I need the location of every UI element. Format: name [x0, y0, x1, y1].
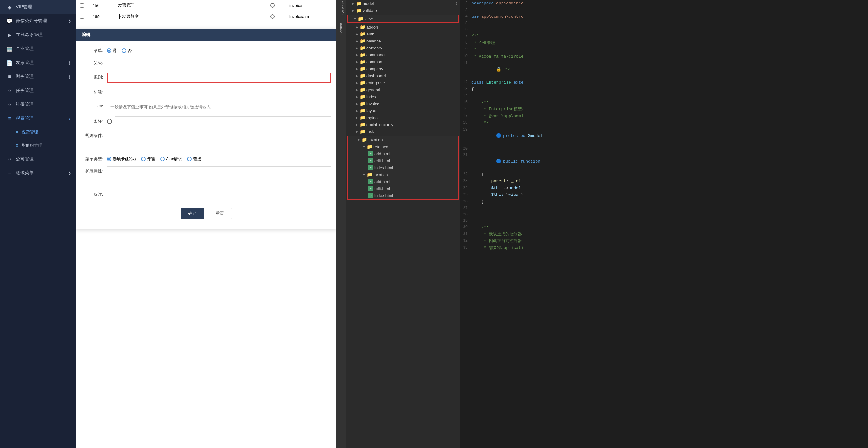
tree-item-company[interactable]: ▶ 📁 company: [346, 65, 460, 72]
form-label-extra: 扩展属性:: [82, 166, 107, 174]
tree-item-taxation-add[interactable]: H add.html: [348, 178, 458, 185]
sidebar-item-company[interactable]: ○ 公司管理: [0, 152, 76, 166]
line-content: class Enterprise exte: [471, 79, 868, 86]
sidebar-item-vip[interactable]: ◆ VIP管理: [0, 0, 76, 14]
folder-icon: 📁: [360, 115, 365, 120]
expand-icon: ▼: [362, 173, 366, 176]
tree-label: balance: [366, 39, 381, 43]
folder-icon: 📁: [367, 144, 372, 149]
tree-item-retained-edit[interactable]: H edit.html: [348, 157, 458, 164]
row-checkbox[interactable]: [80, 3, 84, 8]
sidebar-item-wechat[interactable]: 💬 微信公众号管理 ❯: [0, 14, 76, 28]
tree-item-index[interactable]: ▶ 📁 index: [346, 93, 460, 100]
expand-icon: ▶: [355, 74, 359, 78]
tree-item-taxation[interactable]: ▼ 📁 taxation: [348, 136, 458, 143]
line-content: parent::_init: [471, 178, 868, 184]
tree-item-retained-index[interactable]: H index.html: [348, 164, 458, 171]
tree-item-taxation-edit[interactable]: H edit.html: [348, 185, 458, 192]
tree-item-addon[interactable]: ▶ 📁 addon: [346, 24, 460, 30]
tree-item-category[interactable]: ▶ 📁 category: [346, 44, 460, 51]
radio-yes-label[interactable]: 是: [107, 48, 117, 54]
row-checkbox[interactable]: [80, 14, 84, 19]
tree-item-social-security[interactable]: ▶ 📁 social_security: [346, 121, 460, 128]
icon-input[interactable]: fa fa-circle-o: [115, 116, 331, 127]
note-input[interactable]: [107, 190, 331, 200]
code-line: 24 $this->model: [460, 185, 868, 192]
radio-tab-label[interactable]: 选项卡(默认): [107, 156, 136, 162]
line-number: 32: [460, 238, 471, 244]
tree-item-auth[interactable]: ▶ 📁 auth: [346, 30, 460, 37]
taxation-folder-box: ▼ 📁 taxation ▼ 📁 retained H add.html H e…: [347, 136, 459, 200]
tree-item-retained-add[interactable]: H add.html: [348, 150, 458, 157]
chevron-down-icon: ∨: [68, 116, 71, 121]
tree-item-mytest[interactable]: ▶ 📁 mytest: [346, 114, 460, 121]
rule-input[interactable]: taxation/taxation: [107, 73, 331, 83]
commit-icon[interactable]: Commit: [337, 23, 345, 35]
tree-item-retained[interactable]: ▼ 📁 retained: [348, 143, 458, 150]
sidebar-item-social[interactable]: ○ 社保管理: [0, 98, 76, 111]
tree-item-model[interactable]: ▶ 📁 model 2: [346, 0, 460, 7]
sidebar-item-finance[interactable]: ≡ 财务管理 ❯: [0, 70, 76, 84]
reset-button[interactable]: 重置: [208, 208, 232, 219]
line-content: * Enterprise模型(: [471, 106, 868, 112]
tree-item-enterprise[interactable]: ▶ 📁 enterprise: [346, 79, 460, 86]
sidebar-item-taxation[interactable]: ≡ 税费管理 ∨: [0, 111, 76, 126]
table-row[interactable]: 169 ├ 发票额度 invoice/am: [76, 11, 336, 22]
modal-body: 菜单: 是 否 父级: 税费管理: [76, 41, 336, 229]
sidebar-item-test[interactable]: ≡ 测试菜单 ❯: [0, 166, 76, 180]
radio-popup-label[interactable]: 弹窗: [141, 156, 155, 162]
code-line: 7 /**: [460, 33, 868, 40]
tree-item-common[interactable]: ▶ 📁 common: [346, 58, 460, 65]
tree-item-dashboard[interactable]: ▶ 📁 dashboard: [346, 72, 460, 79]
line-number: 22: [460, 171, 471, 177]
form-row-rule: 规则: taxation/taxation: [76, 73, 336, 83]
sidebar-item-enterprise[interactable]: 🏢 企业管理: [0, 42, 76, 56]
line-number: 24: [460, 185, 471, 191]
sidebar-item-task[interactable]: ○ 任务管理: [0, 84, 76, 98]
confirm-button[interactable]: 确定: [181, 208, 204, 219]
extra-textarea[interactable]: [107, 166, 331, 185]
tree-item-validate[interactable]: ▶ 📁 validate: [346, 7, 460, 14]
condition-textarea[interactable]: [107, 131, 331, 150]
sidebar-item-label: 税费管理: [16, 116, 34, 122]
form-row-menutype: 菜单类型: 选项卡(默认) 弹窗 Ajax请求: [76, 154, 336, 162]
tree-item-task[interactable]: ▶ 📁 task: [346, 128, 460, 135]
radio-no-text: 否: [127, 48, 132, 54]
tree-item-balance[interactable]: ▶ 📁 balance: [346, 37, 460, 44]
sidebar-item-command[interactable]: ▶ 在线命令管理: [0, 28, 76, 42]
modal-header: 编辑: [76, 29, 336, 41]
task-icon: ○: [6, 88, 13, 94]
parent-input[interactable]: 税费管理: [107, 58, 331, 68]
tree-item-view[interactable]: ▼ 📁 view: [348, 15, 458, 22]
sidebar-item-taxation-sub1[interactable]: 税费管理: [0, 126, 76, 139]
table-row[interactable]: 156 发票管理 invoice: [76, 0, 336, 11]
folder-icon: 📁: [360, 80, 365, 85]
title-input[interactable]: 税费管理: [107, 87, 331, 97]
tree-item-taxation-index[interactable]: H index.html: [348, 192, 458, 199]
structure-icon[interactable]: Z Structure: [337, 1, 345, 14]
code-line: 6: [460, 26, 868, 33]
radio-link-label[interactable]: 链接: [187, 156, 201, 162]
tree-item-invoice[interactable]: ▶ 📁 invoice: [346, 100, 460, 107]
tree-label: category: [366, 46, 382, 50]
tree-item-command[interactable]: ▶ 📁 command: [346, 51, 460, 58]
radio-no-label[interactable]: 否: [122, 48, 132, 54]
line-content: {: [471, 171, 868, 178]
url-input[interactable]: [107, 102, 331, 112]
invoice-icon: 📄: [6, 60, 13, 66]
form-row-note: 备注:: [76, 190, 336, 200]
radio-ajax-label[interactable]: Ajax请求: [160, 156, 182, 162]
folder-icon: 📁: [360, 73, 365, 78]
line-number: 12: [460, 79, 471, 85]
tree-item-layout[interactable]: ▶ 📁 layout: [346, 107, 460, 114]
sidebar-item-label: 任务管理: [16, 88, 34, 94]
row-id: 169: [89, 11, 114, 22]
tree-item-general[interactable]: ▶ 📁 general: [346, 86, 460, 93]
tree-item-taxation-sub[interactable]: ▼ 📁 taxation: [348, 171, 458, 178]
sidebar-item-taxation-sub2[interactable]: 增值税管理: [0, 139, 76, 152]
sidebar-item-label: 微信公众号管理: [16, 18, 47, 24]
sidebar-item-invoice[interactable]: 📄 发票管理 ❯: [0, 56, 76, 70]
sidebar-item-label: 财务管理: [16, 74, 34, 79]
line-number: 31: [460, 231, 471, 237]
sidebar: ◆ VIP管理 💬 微信公众号管理 ❯ ▶ 在线命令管理 🏢 企业管理 📄 发票…: [0, 0, 76, 448]
